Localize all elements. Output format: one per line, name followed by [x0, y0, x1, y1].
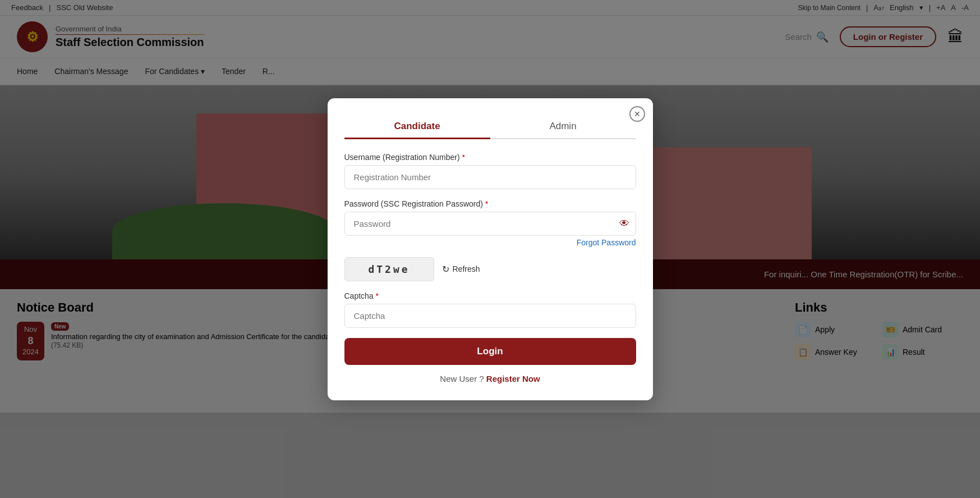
forgot-password-link[interactable]: Forgot Password	[344, 238, 636, 247]
close-button[interactable]: ✕	[629, 106, 645, 122]
login-tabs: Candidate Admin	[344, 115, 636, 139]
username-label: Username (Registration Number) *	[344, 153, 636, 162]
tab-candidate[interactable]: Candidate	[344, 115, 490, 139]
captcha-input[interactable]	[344, 304, 636, 328]
register-now-link[interactable]: Register Now	[486, 374, 540, 383]
password-wrapper: 👁	[344, 212, 636, 236]
password-label: Password (SSC Registration Password) *	[344, 199, 636, 208]
new-user-text: New User ?	[440, 374, 484, 383]
password-group: Password (SSC Registration Password) * 👁…	[344, 199, 636, 247]
tab-admin[interactable]: Admin	[490, 115, 636, 139]
login-modal: ✕ Candidate Admin Username (Registration…	[328, 98, 653, 400]
toggle-password-button[interactable]: 👁	[619, 218, 629, 230]
refresh-label: Refresh	[453, 264, 480, 273]
captcha-image: dT2we	[344, 257, 434, 281]
username-group: Username (Registration Number) *	[344, 153, 636, 189]
captcha-required: *	[376, 291, 379, 300]
password-input[interactable]	[344, 212, 636, 236]
refresh-icon: ↻	[442, 264, 449, 275]
username-required: *	[462, 153, 465, 162]
captcha-display-row: dT2we ↻ Refresh	[344, 257, 636, 281]
captcha-group: Captcha *	[344, 291, 636, 328]
modal-overlay: ✕ Candidate Admin Username (Registration…	[0, 0, 980, 498]
login-button[interactable]: Login	[344, 338, 636, 365]
password-required: *	[485, 199, 488, 208]
refresh-captcha-button[interactable]: ↻ Refresh	[442, 264, 480, 275]
username-input[interactable]	[344, 165, 636, 189]
register-row: New User ? Register Now	[344, 374, 636, 383]
captcha-label: Captcha *	[344, 291, 636, 300]
